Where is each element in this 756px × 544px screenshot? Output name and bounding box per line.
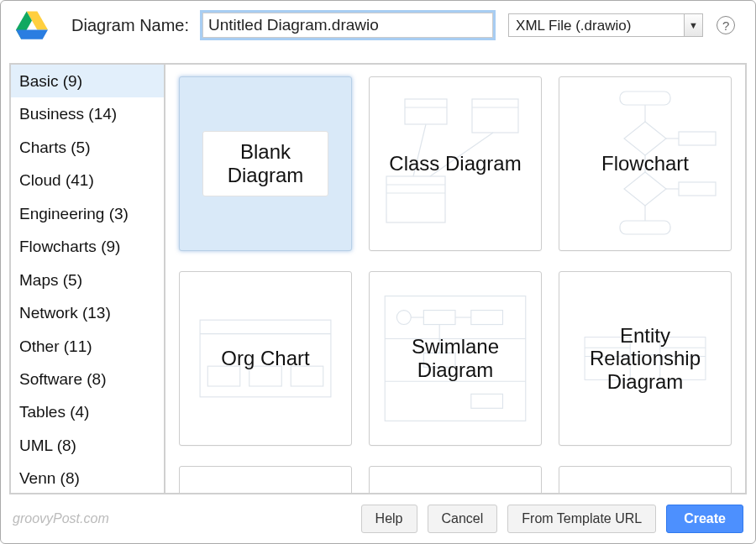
dialog-footer: groovyPost.com Help Cancel From Template…	[13, 505, 743, 533]
svg-rect-5	[472, 99, 518, 133]
svg-rect-14	[679, 132, 716, 145]
help-button[interactable]: Help	[361, 505, 417, 533]
sidebar-item-charts[interactable]: Charts (5)	[11, 131, 164, 164]
sidebar-item-label: Charts (5)	[19, 139, 90, 156]
sidebar-item-label: Engineering (3)	[19, 205, 129, 222]
template-label: Flowchart	[601, 152, 689, 175]
watermark: groovyPost.com	[13, 511, 109, 526]
new-diagram-dialog: Diagram Name: XML File (.drawio) ▼ ? Bas…	[0, 0, 756, 544]
dialog-body: Basic (9) Business (14) Charts (5) Cloud…	[9, 63, 747, 494]
sidebar-item-basic[interactable]: Basic (9)	[11, 65, 164, 97]
template-category-sidebar: Basic (9) Business (14) Charts (5) Cloud…	[11, 65, 165, 493]
svg-rect-3	[405, 99, 447, 124]
sidebar-item-label: Flowcharts (9)	[19, 238, 120, 255]
sidebar-item-business[interactable]: Business (14)	[11, 97, 164, 130]
template-flowchart[interactable]: Flowchart	[559, 76, 732, 251]
file-format-select-wrap: XML File (.drawio) ▼	[508, 13, 703, 37]
sidebar-item-flowcharts[interactable]: Flowcharts (9)	[11, 230, 164, 263]
svg-rect-33	[471, 311, 503, 325]
svg-marker-13	[624, 122, 666, 155]
template-org-chart[interactable]: Org Chart	[179, 271, 352, 446]
svg-rect-32	[423, 311, 455, 325]
template-label: Blank Diagram	[202, 131, 328, 196]
template-swimlane-diagram[interactable]: Swimlane Diagram	[369, 271, 542, 446]
template-class-diagram[interactable]: Class Diagram	[369, 76, 542, 251]
svg-rect-12	[620, 92, 670, 105]
google-drive-icon	[16, 11, 48, 39]
template-blank-diagram[interactable]: Blank Diagram	[179, 76, 352, 251]
sidebar-item-tables[interactable]: Tables (4)	[11, 395, 164, 428]
template-partial-2[interactable]	[369, 466, 542, 493]
template-grid: Blank Diagram Class Diagram	[165, 65, 745, 493]
diagram-name-label: Diagram Name:	[71, 16, 189, 35]
svg-rect-16	[679, 182, 716, 196]
svg-marker-15	[624, 172, 666, 206]
sidebar-item-label: Cloud (41)	[19, 171, 94, 189]
cancel-button[interactable]: Cancel	[428, 505, 498, 533]
sidebar-item-label: Network (13)	[19, 304, 111, 322]
file-format-select[interactable]: XML File (.drawio)	[508, 13, 703, 37]
sidebar-item-label: Maps (5)	[19, 271, 82, 289]
diagram-name-input[interactable]	[202, 13, 493, 38]
sidebar-item-engineering[interactable]: Engineering (3)	[11, 197, 164, 230]
sidebar-item-label: Basic (9)	[19, 72, 82, 90]
sidebar-item-software[interactable]: Software (8)	[11, 363, 164, 395]
sidebar-item-other[interactable]: Other (11)	[11, 330, 164, 363]
sidebar-item-label: Business (14)	[19, 105, 117, 123]
sidebar-item-network[interactable]: Network (13)	[11, 296, 164, 329]
template-thumb	[188, 475, 343, 493]
template-thumb	[378, 475, 533, 493]
sidebar-item-venn[interactable]: Venn (8)	[11, 462, 164, 493]
svg-rect-35	[471, 394, 503, 408]
template-label: Entity Relationship Diagram	[574, 324, 717, 394]
svg-rect-17	[620, 221, 670, 234]
svg-point-31	[396, 311, 411, 325]
sidebar-item-uml[interactable]: UML (8)	[11, 429, 164, 462]
template-entity-relationship-diagram[interactable]: Entity Relationship Diagram	[559, 271, 732, 446]
dialog-header: Diagram Name: XML File (.drawio) ▼ ?	[1, 1, 755, 46]
from-template-url-button[interactable]: From Template URL	[507, 505, 656, 533]
template-label: Class Diagram	[389, 152, 521, 175]
sidebar-item-cloud[interactable]: Cloud (41)	[11, 164, 164, 196]
sidebar-item-label: Tables (4)	[19, 403, 89, 421]
template-partial-1[interactable]	[179, 466, 352, 493]
create-button[interactable]: Create	[666, 505, 743, 533]
template-partial-3[interactable]	[559, 466, 732, 493]
help-icon[interactable]: ?	[717, 16, 735, 34]
template-label: Org Chart	[221, 347, 309, 370]
svg-marker-2	[16, 30, 48, 39]
sidebar-item-label: Venn (8)	[19, 469, 80, 487]
template-label: Swimlane Diagram	[384, 335, 527, 381]
svg-rect-7	[386, 176, 445, 222]
sidebar-item-label: Software (8)	[19, 370, 106, 388]
sidebar-item-maps[interactable]: Maps (5)	[11, 264, 164, 296]
sidebar-item-label: Other (11)	[19, 337, 92, 355]
sidebar-item-label: UML (8)	[19, 437, 76, 454]
